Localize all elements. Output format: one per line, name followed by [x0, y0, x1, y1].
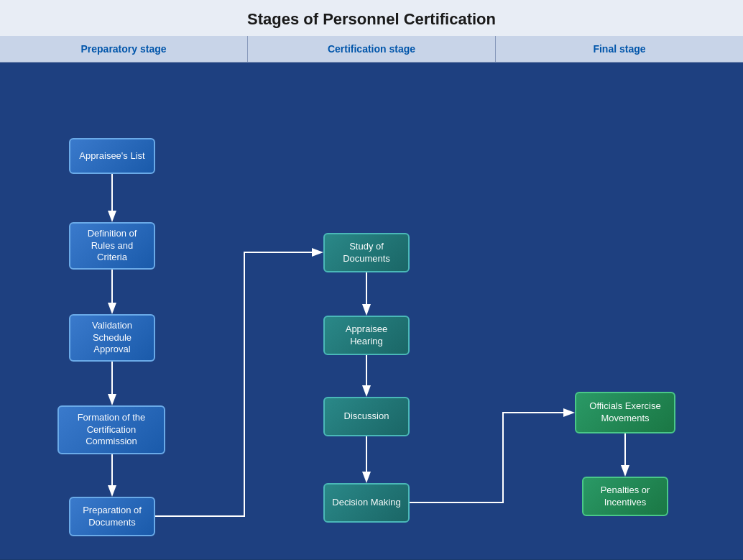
decision-making-box: Decision Making: [323, 483, 410, 523]
header-certification: Certification stage: [248, 36, 496, 62]
validation-schedule-box: Validation Schedule Approval: [69, 314, 155, 362]
main-diagram: Appraisee's List Definition of Rules and…: [0, 63, 743, 559]
discussion-box: Discussion: [323, 397, 410, 436]
definition-rules-box: Definition of Rules and Criteria: [69, 222, 155, 270]
preparation-documents-box: Preparation of Documents: [69, 497, 155, 536]
page-title: Stages of Personnel Certification: [0, 10, 743, 29]
formation-commission-box: Formation of the Certification Commissio…: [57, 405, 165, 454]
stage-headers: Preparatory stage Certification stage Fi…: [0, 36, 743, 63]
header-final: Final stage: [496, 36, 743, 62]
penalties-incentives-box: Penalties or Incentives: [582, 477, 668, 516]
appraisee-hearing-box: Appraisee Hearing: [323, 316, 410, 355]
appraisees-list-box: Appraisee's List: [69, 138, 155, 174]
title-bar: Stages of Personnel Certification: [0, 0, 743, 36]
study-documents-box: Study of Documents: [323, 233, 410, 272]
header-preparatory: Preparatory stage: [0, 36, 248, 62]
officials-exercise-box: Officials Exercise Movements: [575, 392, 675, 433]
